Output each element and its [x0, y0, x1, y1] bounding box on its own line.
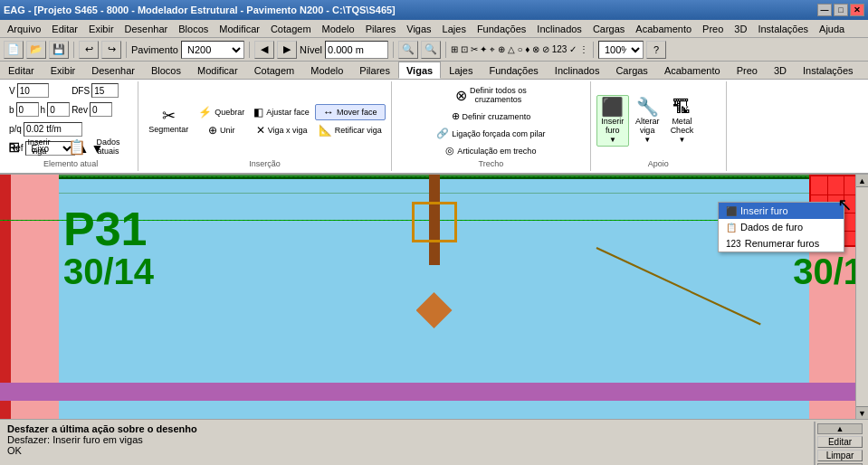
mover-face-button[interactable]: ↔ Mover face [315, 104, 386, 120]
viga-x-viga-button[interactable]: ✕ Viga x viga [250, 122, 313, 138]
inserir-viga-label: Inserir viga [21, 138, 57, 156]
status-scroll-up[interactable]: ▲ [817, 423, 863, 434]
tab-instalacoes[interactable]: Instalações [795, 62, 862, 79]
tab-lajes[interactable]: Lajes [441, 62, 481, 79]
retificar-viga-button[interactable]: 📐 Retificar viga [315, 122, 386, 138]
scroll-up-btn[interactable]: ▲ [856, 175, 868, 187]
editar-button[interactable]: Editar [817, 436, 863, 448]
tab-3d[interactable]: 3D [766, 62, 795, 79]
open-btn[interactable]: 📂 [26, 41, 46, 59]
icons-group: ⊞ ⊡ ✂ ✦ ⌖ ⊕ △ ○ ♦ ⊗ ⊘ 123 ✓ ⋮ [451, 44, 588, 55]
menu-3d[interactable]: 3D [729, 22, 752, 36]
metal-check-button[interactable]: 🏗 MetalCheck ▼ [665, 95, 698, 147]
quebrar-icon: ⚡ [198, 106, 212, 119]
close-button[interactable]: ✕ [850, 4, 864, 16]
inserir-furo-dropdown[interactable]: ▼ [609, 136, 616, 144]
scroll-down-btn[interactable]: ▼ [856, 406, 868, 419]
title-bar: EAG - [Projeto S465 - 8000 - Modelador E… [0, 0, 868, 20]
menu-inclinados[interactable]: Inclinados [531, 22, 587, 36]
ajustar-face-button[interactable]: ◧ Ajustar face [250, 104, 313, 120]
ligacao-forcada-icon: 🔗 [436, 128, 449, 139]
dfs-input[interactable] [91, 83, 119, 98]
nivel-input[interactable] [325, 41, 388, 59]
maximize-button[interactable]: □ [834, 4, 848, 16]
pavimento-select[interactable]: N200 [181, 41, 244, 59]
menu-lajes[interactable]: Lajes [437, 22, 472, 36]
inserir-furo-button[interactable]: ⬛ Inserirfuro ▼ [596, 95, 629, 147]
menu-editar[interactable]: Editar [46, 22, 83, 36]
segmentar-button[interactable]: ✂ Segmentar [144, 105, 193, 137]
menu-instalacoes[interactable]: Instalações [752, 22, 814, 36]
v-input[interactable] [17, 83, 49, 98]
quebrar-button[interactable]: ⚡ Quebrar [195, 104, 248, 120]
canvas-scrollbar-v[interactable]: ▲ ▼ [855, 175, 868, 419]
menu-arquivo[interactable]: Arquivo [2, 22, 46, 36]
zoom-in-btn[interactable]: 🔍 [398, 41, 418, 59]
tab-preo[interactable]: Preo [729, 62, 766, 79]
definir-cruzamentos-button[interactable]: ⊗ Definir todos os cruzamentos [451, 83, 531, 107]
tab-desenhar[interactable]: Desenhar [83, 62, 143, 79]
limpar-button[interactable]: Limpar [817, 450, 863, 461]
rev-input[interactable] [90, 102, 112, 117]
menu-vigas[interactable]: Vigas [401, 22, 436, 36]
tab-exibir[interactable]: Exibir [43, 62, 84, 79]
tab-editar[interactable]: Editar [0, 62, 43, 79]
menu-preo[interactable]: Preo [697, 22, 729, 36]
ribbon-content: V DFS b h Rev p/q Ref [0, 80, 868, 175]
tab-modelo[interactable]: Modelo [302, 62, 351, 79]
tab-fundacoes[interactable]: Fundações [481, 62, 546, 79]
metal-check-label: MetalCheck [671, 117, 694, 135]
articulacao-button[interactable]: ◎ Articulação em trecho [433, 143, 548, 158]
tab-cargas[interactable]: Cargas [607, 62, 655, 79]
new-btn[interactable]: 📄 [4, 41, 24, 59]
tab-vigas[interactable]: Vigas [398, 62, 441, 79]
tab-inclinados[interactable]: Inclinados [547, 62, 608, 79]
alterar-viga-button[interactable]: 🔧 Alterarviga ▼ [631, 95, 664, 147]
menu-bar: Arquivo Editar Exibir Desenhar Blocos Mo… [0, 20, 868, 38]
help-btn[interactable]: ? [646, 41, 666, 59]
h-input[interactable] [47, 102, 70, 117]
inserir-furo-menu-label: Inserir furo [740, 205, 788, 216]
dados-atuais-button[interactable]: 📋 Dados atuais [63, 135, 134, 158]
inserir-viga-button[interactable]: ⊞ Inserir viga [4, 135, 62, 158]
v-label: V [9, 86, 15, 96]
save-btn[interactable]: 💾 [49, 41, 69, 59]
menu-modificar[interactable]: Modificar [214, 22, 265, 36]
tab-blocos[interactable]: Blocos [143, 62, 189, 79]
redo-btn[interactable]: ↪ [101, 41, 121, 59]
menu-pilares[interactable]: Pilares [360, 22, 402, 36]
minimize-button[interactable]: — [817, 4, 832, 16]
dropdown-renumerar-furos[interactable]: 123 Renumerar furos [719, 235, 844, 251]
retificar-viga-label: Retificar viga [335, 126, 382, 135]
metal-check-dropdown[interactable]: ▼ [678, 136, 685, 144]
square-outline [412, 202, 457, 242]
definir-cruzamento-button[interactable]: ⊕ Definir cruzamento [433, 109, 548, 124]
menu-exibir[interactable]: Exibir [83, 22, 119, 36]
menu-blocos[interactable]: Blocos [173, 22, 214, 36]
tab-acabamento[interactable]: Acabamento [656, 62, 729, 79]
menu-ajuda[interactable]: Ajuda [814, 22, 850, 36]
undo-btn[interactable]: ↩ [79, 41, 99, 59]
tab-modificar[interactable]: Modificar [189, 62, 246, 79]
dropdown-inserir-furo[interactable]: ⬛ Inserir furo [719, 203, 844, 219]
alterar-viga-dropdown[interactable]: ▼ [644, 136, 651, 144]
zoom-out-btn[interactable]: 🔍 [421, 41, 441, 59]
tab-pilares[interactable]: Pilares [351, 62, 398, 79]
nivel-label: Nível [300, 44, 322, 55]
next-level-btn[interactable]: ▶ [277, 41, 297, 59]
zoom-select[interactable]: 100% [598, 41, 644, 59]
dados-atuais-icon: 📋 [68, 138, 86, 156]
b-input[interactable] [16, 102, 39, 117]
menu-cargas[interactable]: Cargas [587, 22, 630, 36]
dropdown-dados-furo[interactable]: 📋 Dados de furo [719, 219, 844, 235]
menu-fundacoes[interactable]: Fundações [472, 22, 531, 36]
menu-modelo[interactable]: Modelo [317, 22, 360, 36]
ajustar-face-label: Ajustar face [266, 108, 310, 117]
prev-level-btn[interactable]: ◀ [254, 41, 274, 59]
ligacao-forcada-button[interactable]: 🔗 Ligação forçada com pilar [433, 126, 548, 141]
menu-desenhar[interactable]: Desenhar [119, 22, 174, 36]
menu-cotagem[interactable]: Cotagem [265, 22, 317, 36]
menu-acabamento[interactable]: Acabamento [630, 22, 697, 36]
tab-cotagem[interactable]: Cotagem [246, 62, 303, 79]
unir-button[interactable]: ⊕ Unir [195, 122, 248, 138]
